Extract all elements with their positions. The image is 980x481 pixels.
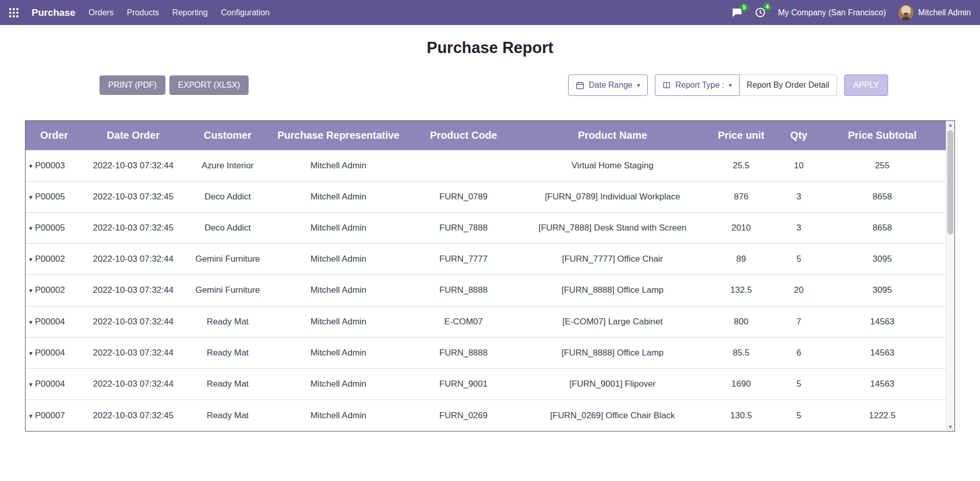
- order-reference: P00004: [35, 379, 65, 389]
- table-cell: 14563: [819, 337, 946, 368]
- chevron-down-icon: ▾: [637, 82, 640, 89]
- order-reference: P00005: [35, 223, 65, 233]
- scrollbar-thumb[interactable]: [947, 130, 953, 235]
- order-cell: ▾P00002: [26, 275, 83, 306]
- report-type-value: Report By Order Detail: [740, 74, 837, 96]
- table-cell: Mitchell Admin: [272, 337, 405, 368]
- top-navbar: Purchase Orders Products Reporting Confi…: [0, 0, 980, 25]
- row-expand-caret-icon[interactable]: ▾: [29, 256, 33, 263]
- order-reference: P00003: [35, 161, 65, 170]
- table-cell: [FURN_0269] Office Chair Black: [522, 400, 703, 431]
- order-reference: P00004: [35, 317, 65, 326]
- table-cell: 89: [703, 244, 779, 275]
- table-cell: 255: [819, 150, 946, 181]
- table-cell: Ready Mat: [184, 400, 272, 431]
- col-header-qty: Qty: [779, 121, 819, 150]
- table-row: ▾P000042022-10-03 07:32:44Ready MatMitch…: [26, 306, 946, 337]
- apply-button[interactable]: APPLY: [844, 74, 888, 96]
- table-scrollbar[interactable]: ▲ ▼: [946, 121, 954, 431]
- order-cell: ▾P00004: [26, 337, 83, 368]
- col-header-date-order: Date Order: [83, 121, 184, 150]
- company-switcher[interactable]: My Company (San Francisco): [778, 8, 886, 17]
- page-title: Purchase Report: [0, 39, 980, 57]
- order-cell: ▾P00004: [26, 369, 83, 400]
- order-cell: ▾P00005: [26, 181, 83, 212]
- table-cell: FURN_8888: [405, 337, 522, 368]
- table-row: ▾P000052022-10-03 07:32:45Deco AddictMit…: [26, 212, 946, 243]
- table-cell: FURN_9001: [405, 369, 522, 400]
- table-cell: 6: [779, 337, 819, 368]
- col-header-product-name: Product Name: [522, 121, 703, 150]
- apps-menu-icon[interactable]: [9, 8, 18, 17]
- table-cell: [FURN_7777] Office Chair: [522, 244, 703, 275]
- table-cell: Mitchell Admin: [272, 400, 405, 431]
- row-expand-caret-icon[interactable]: ▾: [29, 193, 33, 201]
- messages-badge: 5: [740, 4, 748, 11]
- row-expand-caret-icon[interactable]: ▾: [29, 318, 33, 326]
- row-expand-caret-icon[interactable]: ▾: [29, 287, 33, 294]
- table-cell: 2022-10-03 07:32:45: [83, 181, 184, 212]
- scroll-up-arrow-icon[interactable]: ▲: [946, 121, 954, 129]
- activities-button[interactable]: 4: [755, 7, 766, 18]
- row-expand-caret-icon[interactable]: ▾: [29, 349, 33, 357]
- person-icon: [900, 13, 912, 20]
- scroll-down-arrow-icon[interactable]: ▼: [946, 423, 954, 431]
- report-type-dropdown[interactable]: Report Type : ▾: [655, 74, 740, 96]
- table-cell: Mitchell Admin: [272, 150, 405, 181]
- row-expand-caret-icon[interactable]: ▾: [29, 412, 33, 420]
- table-cell: FURN_8888: [405, 275, 522, 306]
- table-cell: FURN_7888: [405, 212, 522, 243]
- table-cell: 8658: [819, 212, 946, 243]
- table-cell: [FURN_7888] Desk Stand with Screen: [522, 212, 703, 243]
- table-cell: Deco Addict: [184, 212, 272, 243]
- col-header-order: Order: [26, 121, 83, 150]
- table-cell: 3: [779, 212, 819, 243]
- table-cell: 2022-10-03 07:32:44: [83, 369, 184, 400]
- table-cell: Gemini Furniture: [184, 244, 272, 275]
- table-cell: 876: [703, 181, 779, 212]
- menu-reporting[interactable]: Reporting: [173, 8, 208, 17]
- col-header-product-code: Product Code: [405, 121, 522, 150]
- app-name[interactable]: Purchase: [32, 7, 76, 18]
- print-pdf-button[interactable]: PRINT (PDF): [100, 75, 165, 95]
- table-cell: Ready Mat: [184, 306, 272, 337]
- table-cell: 85.5: [703, 337, 779, 368]
- order-reference: P00002: [35, 285, 65, 295]
- menu-configuration[interactable]: Configuration: [221, 8, 270, 17]
- table-row: ▾P000042022-10-03 07:32:44Ready MatMitch…: [26, 337, 946, 368]
- menu-orders[interactable]: Orders: [89, 8, 114, 17]
- user-menu[interactable]: Mitchell Admin: [898, 5, 971, 20]
- table-cell: Azure Interior: [184, 150, 272, 181]
- table-cell: 7: [779, 306, 819, 337]
- order-cell: ▾P00007: [26, 400, 83, 431]
- table-cell: Mitchell Admin: [272, 181, 405, 212]
- report-table-container: Order Date Order Customer Purchase Repre…: [25, 120, 955, 432]
- table-cell: 2022-10-03 07:32:44: [83, 337, 184, 368]
- date-range-dropdown[interactable]: Date Range ▾: [568, 74, 648, 96]
- table-cell: Mitchell Admin: [272, 244, 405, 275]
- order-cell: ▾P00003: [26, 150, 83, 181]
- row-expand-caret-icon[interactable]: ▾: [29, 162, 33, 170]
- date-range-label: Date Range: [589, 81, 632, 90]
- table-cell: Ready Mat: [184, 337, 272, 368]
- table-cell: 2022-10-03 07:32:45: [83, 400, 184, 431]
- table-cell: [FURN_8888] Office Lamp: [522, 275, 703, 306]
- table-cell: 1222.5: [819, 400, 946, 431]
- activities-badge: 4: [763, 3, 771, 11]
- row-expand-caret-icon[interactable]: ▾: [29, 381, 33, 388]
- table-cell: 5: [779, 400, 819, 431]
- menu-products[interactable]: Products: [127, 8, 159, 17]
- table-cell: [E-COM07] Large Cabinet: [522, 306, 703, 337]
- row-expand-caret-icon[interactable]: ▾: [29, 224, 33, 232]
- user-name: Mitchell Admin: [918, 8, 971, 17]
- table-cell: Mitchell Admin: [272, 306, 405, 337]
- book-icon: [663, 81, 671, 89]
- user-avatar: [898, 5, 914, 20]
- table-cell: E-COM07: [405, 306, 522, 337]
- order-cell: ▾P00005: [26, 212, 83, 243]
- export-xlsx-button[interactable]: EXPORT (XLSX): [169, 75, 249, 95]
- main-content: Purchase Report PRINT (PDF) EXPORT (XLSX…: [0, 39, 980, 432]
- table-cell: 14563: [819, 369, 946, 400]
- table-cell: Ready Mat: [184, 369, 272, 400]
- messages-button[interactable]: 5: [731, 8, 743, 17]
